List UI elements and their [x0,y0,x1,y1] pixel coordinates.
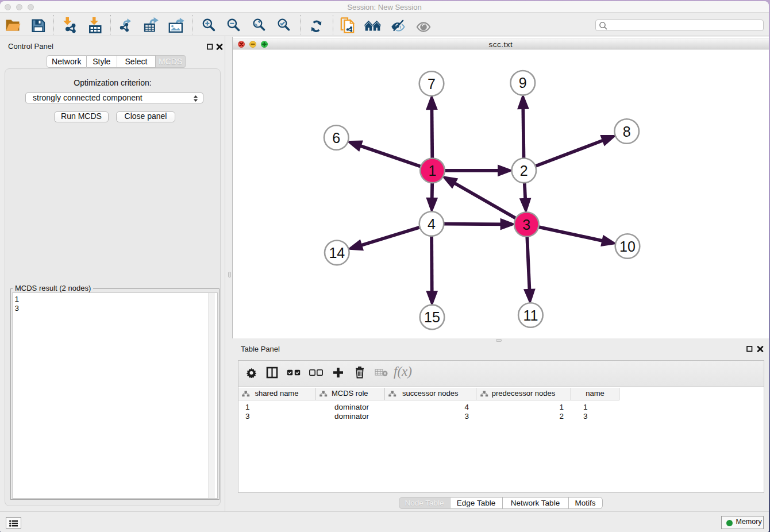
svg-text:3: 3 [522,217,530,233]
svg-text:14: 14 [329,245,345,261]
svg-text:11: 11 [523,307,538,323]
svg-text:4: 4 [428,216,436,232]
svg-text:7: 7 [428,76,436,92]
svg-text:8: 8 [623,124,631,140]
svg-text:9: 9 [519,75,527,91]
svg-text:6: 6 [332,130,340,146]
svg-text:1: 1 [429,163,437,179]
svg-text:2: 2 [520,163,528,179]
svg-text:15: 15 [424,309,440,325]
svg-text:10: 10 [619,238,636,255]
